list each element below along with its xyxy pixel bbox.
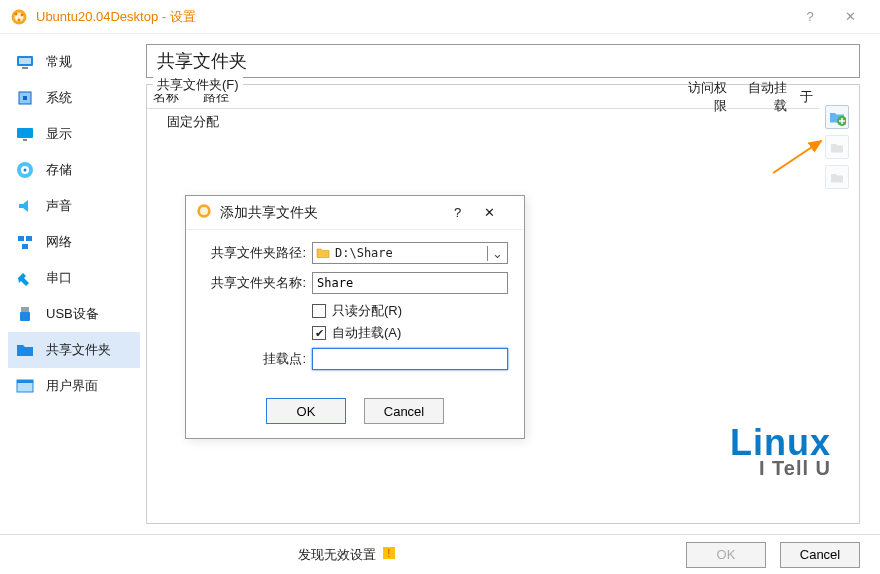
svg-point-4 <box>18 18 21 21</box>
svg-rect-21 <box>17 380 33 383</box>
automount-checkbox[interactable]: ✔ <box>312 326 326 340</box>
sidebar-item-network[interactable]: 网络 <box>8 224 140 260</box>
sidebar-item-general[interactable]: 常规 <box>8 44 140 80</box>
sidebar-item-label: 网络 <box>46 233 72 251</box>
svg-rect-7 <box>22 67 28 69</box>
automount-checkbox-row[interactable]: ✔ 自动挂载(A) <box>312 324 508 342</box>
svg-rect-18 <box>21 307 29 312</box>
usb-icon <box>14 303 36 325</box>
sidebar-item-display[interactable]: 显示 <box>8 116 140 152</box>
watermark: Linux I Tell U <box>730 427 831 477</box>
footer: 发现无效设置 ! OK Cancel <box>0 534 880 574</box>
table-row[interactable]: 固定分配 <box>147 109 819 135</box>
sidebar-item-ui[interactable]: 用户界面 <box>8 368 140 404</box>
chevron-down-icon: ⌄ <box>487 246 507 261</box>
warning-icon: ! <box>382 546 396 563</box>
dialog-cancel-button[interactable]: Cancel <box>364 398 444 424</box>
svg-text:!: ! <box>388 548 391 559</box>
watermark-small: I Tell U <box>730 459 831 477</box>
sidebar-item-shared-folders[interactable]: 共享文件夹 <box>8 332 140 368</box>
folder-icon <box>313 246 333 260</box>
folder-icon <box>14 339 36 361</box>
chip-icon <box>14 87 36 109</box>
automount-label: 自动挂载(A) <box>332 324 401 342</box>
path-label: 共享文件夹路径: <box>202 244 306 262</box>
sidebar-item-label: 常规 <box>46 53 72 71</box>
svg-rect-16 <box>26 236 32 241</box>
sidebar-item-label: USB设备 <box>46 305 99 323</box>
sidebar-item-label: 显示 <box>46 125 72 143</box>
add-folder-button[interactable] <box>825 105 849 129</box>
th-path[interactable]: 路径 <box>197 88 673 106</box>
remove-folder-button <box>825 165 849 189</box>
sidebar-item-usb[interactable]: USB设备 <box>8 296 140 332</box>
readonly-checkbox-row[interactable]: 只读分配(R) <box>312 302 508 320</box>
sidebar-item-system[interactable]: 系统 <box>8 80 140 116</box>
dialog-ok-button[interactable]: OK <box>266 398 346 424</box>
group-legend: 共享文件夹(F) <box>153 76 243 94</box>
table-header: 名称 路径 访问权限 自动挂载 于 <box>147 85 819 109</box>
svg-rect-9 <box>23 96 27 100</box>
share-path-value: D:\Share <box>333 246 487 260</box>
main-ok-button[interactable]: OK <box>686 542 766 568</box>
display-icon <box>14 123 36 145</box>
svg-rect-19 <box>20 312 30 321</box>
window-title: Ubuntu20.04Desktop - 设置 <box>36 8 790 26</box>
sidebar-item-audio[interactable]: 声音 <box>8 188 140 224</box>
svg-rect-11 <box>23 139 27 141</box>
window-icon <box>14 375 36 397</box>
window-titlebar: Ubuntu20.04Desktop - 设置 ? ✕ <box>0 0 880 34</box>
sidebar-item-serial[interactable]: 串口 <box>8 260 140 296</box>
svg-point-2 <box>15 12 18 15</box>
section-header: 共享文件夹 <box>146 44 860 78</box>
main-cancel-button[interactable]: Cancel <box>780 542 860 568</box>
svg-rect-10 <box>17 128 33 138</box>
help-button[interactable]: ? <box>790 0 830 34</box>
th-at[interactable]: 于 <box>793 88 819 106</box>
close-button[interactable]: ✕ <box>830 0 870 34</box>
sidebar-item-label: 用户界面 <box>46 377 98 395</box>
shared-folders-table: 名称 路径 访问权限 自动挂载 于 固定分配 <box>147 85 819 135</box>
sidebar-item-label: 串口 <box>46 269 72 287</box>
readonly-checkbox[interactable] <box>312 304 326 318</box>
sidebar-item-label: 存储 <box>46 161 72 179</box>
sidebar-item-label: 共享文件夹 <box>46 341 111 359</box>
speaker-icon <box>14 195 36 217</box>
watermark-big: Linux <box>730 427 831 459</box>
share-path-dropdown[interactable]: D:\Share ⌄ <box>312 242 508 264</box>
category-sidebar: 常规 系统 显示 存储 声音 网络 串口 USB设备 <box>0 34 140 534</box>
status-text: 发现无效设置 ! <box>20 546 674 564</box>
sidebar-item-label: 系统 <box>46 89 72 107</box>
pointer-arrow <box>771 137 831 177</box>
svg-line-23 <box>773 141 821 173</box>
svg-rect-6 <box>19 58 31 64</box>
share-name-input[interactable] <box>312 272 508 294</box>
dialog-close-button[interactable]: ✕ <box>484 205 514 220</box>
edit-folder-button <box>825 135 849 159</box>
app-icon <box>10 8 28 26</box>
network-icon <box>14 231 36 253</box>
monitor-icon <box>14 51 36 73</box>
serial-icon <box>14 267 36 289</box>
app-icon <box>196 203 212 222</box>
sidebar-item-label: 声音 <box>46 197 72 215</box>
mountpoint-label: 挂载点: <box>202 350 306 368</box>
svg-point-27 <box>200 207 208 215</box>
add-share-dialog: 添加共享文件夹 ? ✕ 共享文件夹路径: D:\Share ⌄ 共享文件夹名称:… <box>185 195 525 439</box>
readonly-label: 只读分配(R) <box>332 302 402 320</box>
disk-icon <box>14 159 36 181</box>
mountpoint-input[interactable] <box>312 348 508 370</box>
svg-point-3 <box>21 13 24 16</box>
svg-rect-17 <box>22 244 28 249</box>
svg-rect-15 <box>18 236 24 241</box>
sidebar-item-storage[interactable]: 存储 <box>8 152 140 188</box>
dialog-title: 添加共享文件夹 <box>220 204 454 222</box>
svg-point-14 <box>24 169 27 172</box>
dialog-help-button[interactable]: ? <box>454 205 484 220</box>
name-label: 共享文件夹名称: <box>202 274 306 292</box>
